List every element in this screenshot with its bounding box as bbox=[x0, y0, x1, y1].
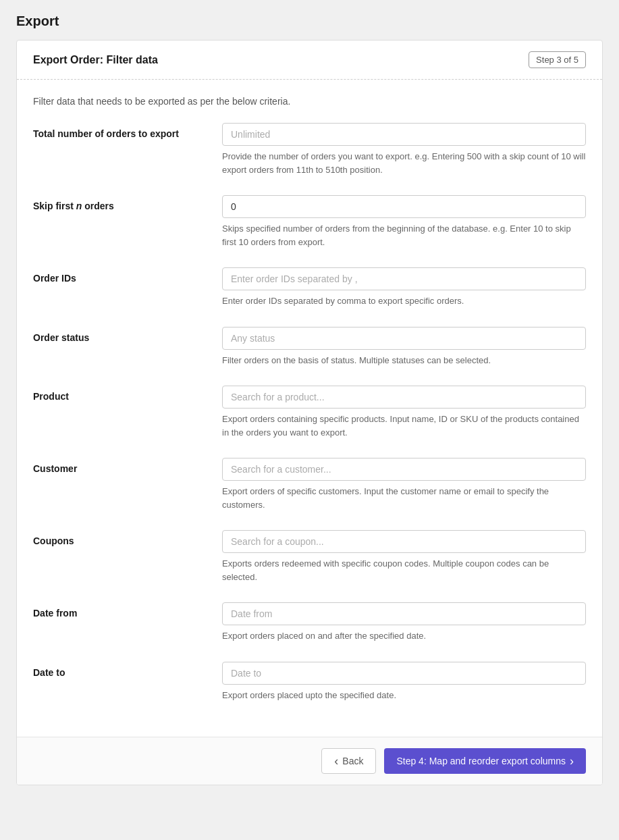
card-header: Export Order: Filter data Step 3 of 5 bbox=[17, 41, 602, 80]
page-title: Export bbox=[0, 0, 619, 40]
step-badge: Step 3 of 5 bbox=[529, 51, 586, 68]
form-row-date-to: Date to Export orders placed upto the sp… bbox=[33, 662, 586, 702]
help-date-to: Export orders placed upto the specified … bbox=[222, 689, 586, 702]
help-order-status: Filter orders on the basis of status. Mu… bbox=[222, 354, 586, 367]
form-row-product: Product Export orders containing specifi… bbox=[33, 386, 586, 439]
description-text: Filter data that needs to be exported as… bbox=[33, 96, 586, 107]
next-label: Step 4: Map and reorder export columns bbox=[396, 756, 566, 766]
back-button[interactable]: Back bbox=[321, 748, 376, 774]
input-product[interactable] bbox=[222, 386, 586, 409]
card-title: Export Order: Filter data bbox=[33, 54, 158, 66]
card-footer: Back Step 4: Map and reorder export colu… bbox=[17, 737, 602, 785]
form-row-skip-orders: Skip first n orders Skips specified numb… bbox=[33, 195, 586, 248]
input-skip-orders[interactable] bbox=[222, 195, 586, 218]
back-label: Back bbox=[342, 756, 363, 766]
label-skip-orders: Skip first n orders bbox=[33, 201, 114, 211]
next-button[interactable]: Step 4: Map and reorder export columns bbox=[384, 748, 586, 774]
input-customer[interactable] bbox=[222, 458, 586, 481]
card-body: Filter data that needs to be exported as… bbox=[17, 80, 602, 737]
help-skip-orders: Skips specified number of orders from th… bbox=[222, 222, 586, 248]
help-date-from: Export orders placed on and after the sp… bbox=[222, 629, 586, 643]
chevron-right-icon bbox=[570, 755, 574, 767]
label-order-ids: Order IDs bbox=[33, 273, 76, 284]
help-coupons: Exports orders redeemed with specific co… bbox=[222, 557, 586, 583]
input-date-from[interactable] bbox=[222, 602, 586, 625]
label-coupons: Coupons bbox=[33, 535, 74, 546]
input-total-orders[interactable] bbox=[222, 123, 586, 146]
help-product: Export orders containing specific produc… bbox=[222, 413, 586, 439]
input-coupons[interactable] bbox=[222, 530, 586, 553]
form-row-total-orders: Total number of orders to export Provide… bbox=[33, 123, 586, 176]
label-product: Product bbox=[33, 391, 69, 402]
form-row-customer: Customer Export orders of specific custo… bbox=[33, 458, 586, 511]
form-row-order-status: Order status Filter orders on the basis … bbox=[33, 327, 586, 367]
form-row-coupons: Coupons Exports orders redeemed with spe… bbox=[33, 530, 586, 583]
chevron-left-icon bbox=[334, 755, 338, 767]
input-order-ids[interactable] bbox=[222, 267, 586, 290]
input-date-to[interactable] bbox=[222, 662, 586, 685]
input-order-status[interactable] bbox=[222, 327, 586, 350]
label-date-from: Date from bbox=[33, 608, 77, 619]
help-customer: Export orders of specific customers. Inp… bbox=[222, 485, 586, 511]
help-total-orders: Provide the number of orders you want to… bbox=[222, 150, 586, 176]
export-card: Export Order: Filter data Step 3 of 5 Fi… bbox=[16, 40, 603, 785]
label-total-orders: Total number of orders to export bbox=[33, 128, 179, 139]
form-row-order-ids: Order IDs Enter order IDs separated by c… bbox=[33, 267, 586, 308]
label-order-status: Order status bbox=[33, 332, 89, 343]
label-date-to: Date to bbox=[33, 667, 65, 678]
label-customer: Customer bbox=[33, 463, 77, 474]
help-order-ids: Enter order IDs separated by comma to ex… bbox=[222, 294, 586, 308]
form-row-date-from: Date from Export orders placed on and af… bbox=[33, 602, 586, 643]
